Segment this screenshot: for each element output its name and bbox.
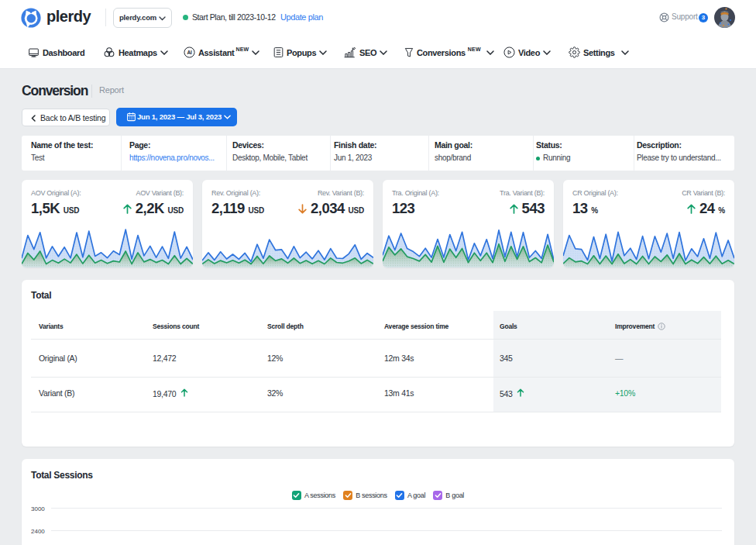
svg-text:AI: AI: [187, 50, 192, 55]
